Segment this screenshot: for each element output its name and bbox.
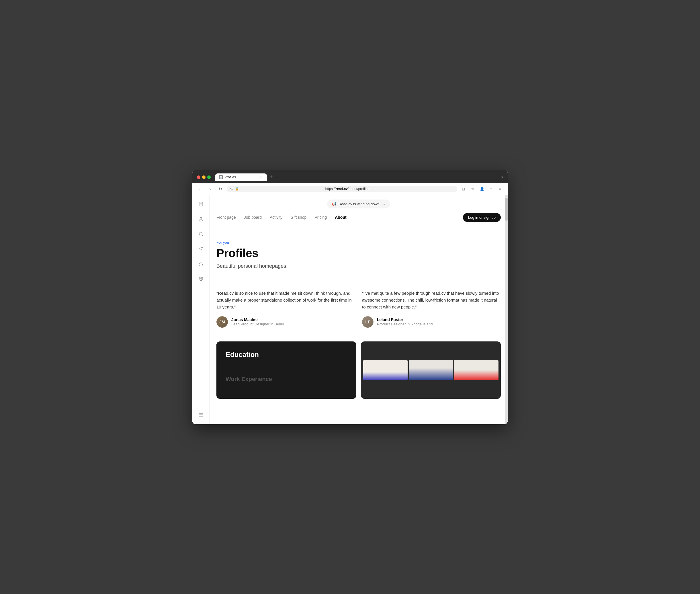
feature-cards-section: Education Work Experience — [209, 341, 508, 399]
testimonial-text-1: "I've met quite a few people through rea… — [362, 290, 501, 310]
tab-label: Profiles — [225, 175, 236, 179]
url-path: /about/profiles — [348, 187, 369, 191]
feature-card-title: Education — [226, 351, 347, 359]
hero-title: Profiles — [216, 247, 501, 260]
sidebar-icon-search[interactable] — [196, 229, 205, 238]
testimonial-author-1: LF Leland Foster Product Designer in Rho… — [362, 316, 501, 328]
sidebar-icon-send[interactable] — [196, 244, 205, 254]
announcement-icon: 📢 — [332, 202, 336, 206]
maximize-button[interactable] — [207, 175, 211, 179]
title-bar: 📄 Profiles ✕ + ▾ — [192, 170, 508, 183]
author-info-0: Jonas Maaløe Lead Product Designer in Be… — [231, 317, 284, 326]
hero-subtitle: Beautiful personal homepages. — [216, 263, 501, 269]
minimize-button[interactable] — [202, 175, 205, 179]
url-text: https://read.cv/about/profiles — [241, 187, 454, 191]
feature-card-dark: Education Work Experience — [216, 341, 356, 399]
tab-favicon: 📄 — [219, 175, 223, 179]
lock-icon: 🔒 — [235, 187, 239, 191]
reader-view-icon[interactable]: ⊟ — [460, 185, 468, 193]
nav-pricing[interactable]: Pricing — [314, 215, 327, 220]
announcement-pill[interactable]: 📢 Read.cv is winding down → — [327, 200, 390, 208]
nav-activity[interactable]: Activity — [270, 215, 282, 220]
login-button[interactable]: Log in or sign up — [463, 213, 501, 222]
sidebar — [192, 195, 209, 424]
bookmark-icon[interactable]: ☆ — [469, 185, 477, 193]
author-name-0: Jonas Maaløe — [231, 317, 284, 322]
extensions-icon[interactable]: ↑ — [487, 185, 495, 193]
svg-marker-7 — [199, 247, 203, 251]
nav-gift-shop[interactable]: Gift shop — [290, 215, 306, 220]
avatar-1: LF — [362, 316, 373, 328]
svg-point-8 — [199, 265, 200, 265]
author-role-1: Product Designer in Rhode Island — [377, 322, 433, 326]
announcement-arrow: → — [382, 202, 386, 206]
browser-nav-bar: ‹ › ↻ 🛡 🔒 https://read.cv/about/profiles… — [192, 183, 508, 195]
close-button[interactable] — [197, 175, 200, 179]
avatar-image-0: JM — [216, 316, 228, 328]
traffic-lights — [197, 175, 211, 179]
url-prefix: https:// — [325, 187, 336, 191]
address-bar[interactable]: 🛡 🔒 https://read.cv/about/profiles — [227, 186, 457, 192]
hero-section: For you Profiles Beautiful personal home… — [209, 227, 508, 278]
active-tab[interactable]: 📄 Profiles ✕ — [215, 173, 267, 181]
nav-about[interactable]: About — [335, 215, 346, 220]
preview-grid — [361, 358, 501, 383]
testimonial-text-0: "Read.cv is so nice to use that it made … — [216, 290, 355, 310]
new-tab-button[interactable]: + — [268, 174, 275, 180]
sidebar-icon-document[interactable] — [196, 200, 205, 209]
nav-front-page[interactable]: Front page — [216, 215, 236, 220]
preview-item-2 — [454, 360, 498, 380]
back-button[interactable]: ‹ — [196, 185, 204, 193]
menu-icon[interactable]: ≡ — [496, 185, 504, 193]
hero-label: For you — [216, 240, 501, 244]
browser-chrome: 📄 Profiles ✕ + ▾ ‹ › ↻ 🛡 🔒 https://read.… — [192, 170, 508, 195]
site-navigation: Front page Job board Activity Gift shop … — [209, 213, 508, 227]
svg-point-5 — [199, 232, 202, 235]
tab-close-button[interactable]: ✕ — [259, 175, 263, 179]
nav-cta: Log in or sign up — [463, 213, 501, 222]
page-content: 📢 Read.cv is winding down → Front page J… — [192, 195, 508, 424]
author-role-0: Lead Product Designer in Berlin — [231, 322, 284, 326]
testimonial-card-0: "Read.cv is so nice to use that it made … — [216, 285, 355, 332]
browser-window: 📄 Profiles ✕ + ▾ ‹ › ↻ 🛡 🔒 https://read.… — [192, 170, 508, 424]
author-name-1: Leland Foster — [377, 317, 433, 322]
tab-overflow-icon[interactable]: ▾ — [501, 175, 503, 179]
feature-card-subtitle: Work Experience — [226, 376, 347, 383]
security-icon: 🛡 — [230, 187, 233, 191]
testimonial-card-1: "I've met quite a few people through rea… — [362, 285, 501, 332]
scrollbar-thumb[interactable] — [505, 198, 508, 221]
nav-links: Front page Job board Activity Gift shop … — [216, 215, 346, 220]
svg-line-6 — [202, 235, 203, 236]
browser-actions: ⊟ ☆ 👤 ↑ ≡ — [460, 185, 504, 193]
tab-bar: 📄 Profiles ✕ + — [215, 173, 499, 181]
avatar-0: JM — [216, 316, 228, 328]
preview-item-0 — [363, 360, 408, 380]
forward-button[interactable]: › — [206, 185, 214, 193]
avatar-image-1: LF — [362, 316, 373, 328]
sidebar-bottom — [196, 410, 205, 420]
svg-rect-12 — [199, 414, 203, 417]
author-info-1: Leland Foster Product Designer in Rhode … — [377, 317, 433, 326]
sidebar-icon-person[interactable] — [196, 214, 205, 224]
feature-card-preview — [361, 341, 501, 399]
preview-item-1 — [409, 360, 453, 380]
main-content: 📢 Read.cv is winding down → Front page J… — [209, 195, 508, 424]
sidebar-icon-card[interactable] — [196, 410, 205, 420]
announcement-banner: 📢 Read.cv is winding down → — [209, 195, 508, 213]
scrollbar[interactable] — [505, 195, 508, 424]
nav-job-board[interactable]: Job board — [244, 215, 262, 220]
sidebar-icon-globe[interactable] — [196, 274, 205, 283]
sidebar-icon-feed[interactable] — [196, 259, 205, 268]
account-icon[interactable]: 👤 — [478, 185, 486, 193]
testimonial-author-0: JM Jonas Maaløe Lead Product Designer in… — [216, 316, 355, 328]
url-site: read.cv — [336, 187, 348, 191]
announcement-text: Read.cv is winding down — [338, 202, 379, 206]
svg-point-4 — [200, 217, 202, 219]
reload-button[interactable]: ↻ — [216, 185, 225, 193]
testimonials-section: "Read.cv is so nice to use that it made … — [209, 278, 508, 341]
